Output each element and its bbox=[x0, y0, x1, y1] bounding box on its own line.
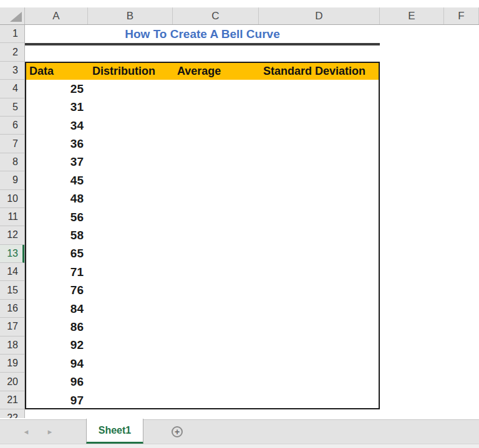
select-all-triangle-icon bbox=[10, 12, 22, 22]
cell-A8[interactable]: 37 bbox=[26, 153, 88, 171]
row-header-10[interactable]: 10 bbox=[0, 190, 24, 208]
sheet-grid: How To Create A Bell Curve Data Distribu… bbox=[25, 25, 479, 418]
cell-A19[interactable]: 94 bbox=[26, 355, 88, 373]
select-all-button[interactable] bbox=[0, 7, 25, 24]
row-header-5[interactable]: 5 bbox=[0, 98, 24, 117]
row-header-3[interactable]: 3 bbox=[0, 62, 24, 80]
row-header-2[interactable]: 2 bbox=[0, 43, 24, 61]
cell-A5[interactable]: 31 bbox=[26, 98, 88, 117]
row-header-1[interactable]: 1 bbox=[0, 25, 24, 43]
cell-A3-header[interactable]: Data bbox=[26, 63, 89, 80]
prev-sheet-arrow-icon[interactable]: ◄ bbox=[20, 420, 32, 444]
data-table-region: Data Distribution Average Standard Devia… bbox=[25, 62, 380, 410]
row-header-11[interactable]: 11 bbox=[0, 208, 24, 226]
column-header-D[interactable]: D bbox=[259, 7, 380, 24]
status-strip bbox=[0, 444, 479, 448]
cell-title-merged-A1-D1[interactable]: How To Create A Bell Curve bbox=[25, 25, 380, 43]
cell-A13[interactable]: 65 bbox=[26, 245, 88, 263]
row-header-15[interactable]: 15 bbox=[0, 281, 24, 299]
cell-A14[interactable]: 71 bbox=[26, 263, 88, 281]
sheet-tab-bar: ◄ ► Sheet1 + bbox=[0, 419, 479, 444]
row-header-17[interactable]: 17 bbox=[0, 318, 24, 336]
row-header-7[interactable]: 7 bbox=[0, 135, 24, 153]
cell-A10[interactable]: 48 bbox=[26, 190, 88, 208]
cell-A20[interactable]: 96 bbox=[26, 373, 88, 391]
cell-A11[interactable]: 56 bbox=[26, 208, 88, 226]
row-header-19[interactable]: 19 bbox=[0, 355, 24, 373]
row-header-4[interactable]: 4 bbox=[0, 80, 24, 98]
column-header-A[interactable]: A bbox=[25, 7, 88, 24]
cell-A4[interactable]: 25 bbox=[26, 80, 88, 98]
cell-C3-header[interactable]: Average bbox=[174, 63, 260, 80]
row-header-12[interactable]: 12 bbox=[0, 226, 24, 244]
cell-A15[interactable]: 76 bbox=[26, 282, 88, 300]
row-header-16[interactable]: 16 bbox=[0, 300, 24, 318]
row-headers: 12345678910111213141516171819202122 bbox=[0, 25, 25, 418]
cell-B3-header[interactable]: Distribution bbox=[89, 63, 174, 80]
cell-A6[interactable]: 34 bbox=[26, 117, 88, 135]
spreadsheet-window: ABCDEF 123456789101112131415161718192021… bbox=[0, 0, 479, 448]
row-header-6[interactable]: 6 bbox=[0, 117, 24, 135]
row-header-21[interactable]: 21 bbox=[0, 391, 24, 409]
row-header-8[interactable]: 8 bbox=[0, 153, 24, 171]
row-header-14[interactable]: 14 bbox=[0, 263, 24, 281]
cell-A21[interactable]: 97 bbox=[26, 391, 88, 409]
cell-A12[interactable]: 58 bbox=[26, 226, 88, 244]
row-header-18[interactable]: 18 bbox=[0, 336, 24, 355]
column-headers: ABCDEF bbox=[0, 7, 479, 25]
column-header-F[interactable]: F bbox=[444, 7, 479, 24]
row-header-9[interactable]: 9 bbox=[0, 171, 24, 189]
column-header-C[interactable]: C bbox=[173, 7, 259, 24]
cell-A16[interactable]: 84 bbox=[26, 300, 88, 318]
column-header-B[interactable]: B bbox=[88, 7, 173, 24]
row-header-22[interactable]: 22 bbox=[0, 409, 24, 418]
add-sheet-button[interactable]: + bbox=[172, 426, 183, 437]
row-header-20[interactable]: 20 bbox=[0, 373, 24, 391]
next-sheet-arrow-icon[interactable]: ► bbox=[44, 420, 56, 444]
cell-A17[interactable]: 86 bbox=[26, 318, 88, 336]
row-header-13[interactable]: 13 bbox=[0, 245, 24, 263]
title-double-underline bbox=[25, 43, 380, 45]
cell-A9[interactable]: 45 bbox=[26, 171, 88, 189]
column-header-E[interactable]: E bbox=[380, 7, 444, 24]
cell-D3-header[interactable]: Standard Deviation bbox=[260, 63, 379, 80]
tab-sheet1[interactable]: Sheet1 bbox=[86, 419, 143, 444]
table-header-row: Data Distribution Average Standard Devia… bbox=[26, 63, 379, 80]
cell-A7[interactable]: 36 bbox=[26, 135, 88, 153]
cell-A18[interactable]: 92 bbox=[26, 336, 88, 355]
